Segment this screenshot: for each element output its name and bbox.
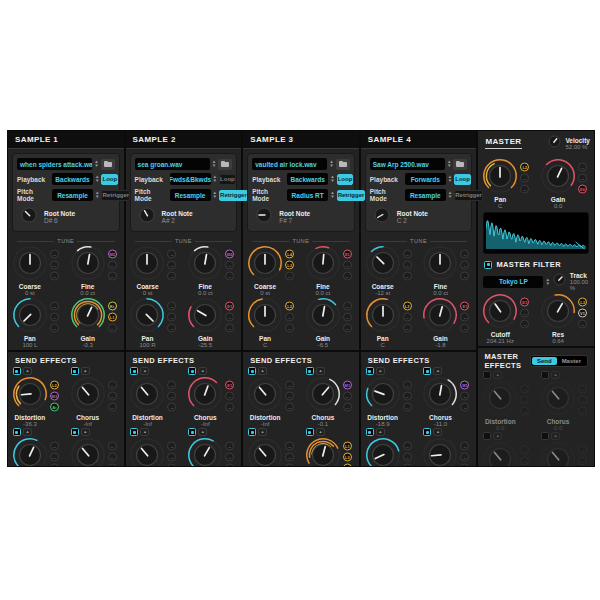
- mod-slot-empty[interactable]: --: [460, 250, 469, 259]
- sample-file-select[interactable]: when spiders attack.wav: [17, 158, 92, 170]
- mod-slot-empty[interactable]: --: [167, 403, 176, 412]
- mod-slot-empty[interactable]: --: [225, 272, 234, 281]
- velocity-knob[interactable]: [547, 134, 562, 153]
- mod-badge-L2[interactable]: L2: [403, 302, 412, 311]
- mod-slot-empty[interactable]: --: [285, 392, 294, 401]
- mod-slot-empty[interactable]: --: [108, 261, 117, 270]
- mod-badge-E1[interactable]: E1: [460, 302, 469, 311]
- mod-slot-empty[interactable]: --: [108, 453, 117, 462]
- mod-slot-empty[interactable]: --: [403, 442, 412, 451]
- pitch-mode-select[interactable]: Resample: [405, 189, 446, 201]
- delay-knob[interactable]: [247, 437, 283, 467]
- chorus-knob[interactable]: [70, 376, 106, 416]
- loop-toggle-button[interactable]: Loop: [337, 174, 354, 185]
- mod-slot-empty[interactable]: --: [403, 272, 412, 281]
- mod-slot-empty[interactable]: --: [285, 453, 294, 462]
- pan-knob[interactable]: [129, 297, 165, 337]
- mod-slot-empty[interactable]: --: [167, 442, 176, 451]
- mod-slot-empty[interactable]: --: [108, 272, 117, 281]
- mod-slot-empty[interactable]: --: [108, 324, 117, 333]
- gain-knob[interactable]: [305, 297, 341, 337]
- mod-badge-M1[interactable]: M1: [460, 381, 469, 390]
- distortion-knob[interactable]: [365, 376, 401, 416]
- mod-slot-empty[interactable]: --: [520, 320, 529, 329]
- effect-enable-checkbox[interactable]: [71, 367, 79, 375]
- mod-slot-empty[interactable]: --: [520, 185, 529, 194]
- master-tab[interactable]: Master: [557, 357, 586, 365]
- playback-mode-select[interactable]: Backwards: [52, 173, 93, 185]
- mod-badge-L1[interactable]: L1: [343, 442, 352, 451]
- mod-slot-empty[interactable]: --: [460, 464, 469, 468]
- effect-expand-button[interactable]: ▲: [140, 428, 149, 436]
- mod-slot-empty[interactable]: --: [578, 174, 587, 183]
- mod-slot-empty[interactable]: --: [578, 163, 587, 172]
- chorus-knob[interactable]: [305, 376, 341, 416]
- effect-enable-checkbox[interactable]: [306, 367, 314, 375]
- browse-sample-button[interactable]: [218, 159, 232, 170]
- mod-badge-At[interactable]: At: [50, 403, 59, 412]
- reverb-knob[interactable]: [305, 437, 341, 467]
- effect-expand-button[interactable]: ▲: [316, 367, 325, 375]
- browse-sample-button[interactable]: [336, 159, 350, 170]
- mod-slot-empty[interactable]: --: [578, 396, 587, 405]
- mod-slot-empty[interactable]: --: [50, 261, 59, 270]
- mod-slot-empty[interactable]: --: [460, 442, 469, 451]
- spinner-down-icon[interactable]: ▼: [448, 195, 452, 199]
- mod-slot-empty[interactable]: --: [578, 446, 587, 455]
- mod-slot-empty[interactable]: --: [285, 272, 294, 281]
- effect-expand-button[interactable]: ▲: [551, 432, 560, 440]
- mod-badge-Kt[interactable]: Kt: [108, 302, 117, 311]
- sample-file-spinner[interactable]: ▲▼: [212, 160, 216, 168]
- effect-enable-checkbox[interactable]: [423, 428, 431, 436]
- mod-slot-empty[interactable]: --: [225, 261, 234, 270]
- root-note-knob[interactable]: [373, 206, 391, 228]
- mod-slot-empty[interactable]: --: [108, 403, 117, 412]
- spinner-down-icon[interactable]: ▼: [545, 282, 549, 286]
- mod-slot-empty[interactable]: --: [460, 324, 469, 333]
- spinner-down-icon[interactable]: ▼: [330, 195, 334, 199]
- mod-slot-empty[interactable]: --: [225, 392, 234, 401]
- root-note-knob[interactable]: [255, 206, 273, 228]
- effect-expand-button[interactable]: ▲: [316, 428, 325, 436]
- mod-slot-empty[interactable]: --: [225, 324, 234, 333]
- effect-expand-button[interactable]: ▲: [258, 367, 267, 375]
- mod-slot-empty[interactable]: --: [225, 464, 234, 468]
- delay-knob[interactable]: [365, 437, 401, 467]
- mod-slot-empty[interactable]: --: [343, 403, 352, 412]
- effect-expand-button[interactable]: ▲: [81, 428, 90, 436]
- fine-knob[interactable]: [305, 245, 341, 285]
- mod-badge-L2[interactable]: L2: [343, 453, 352, 462]
- mod-badge-L3[interactable]: L3: [343, 464, 352, 468]
- reverb-knob[interactable]: [70, 437, 106, 467]
- effect-enable-checkbox[interactable]: [130, 367, 138, 375]
- sample-file-select[interactable]: sea groan.wav: [135, 158, 210, 170]
- spinner-down-icon[interactable]: ▼: [330, 179, 334, 183]
- mod-badge-E1[interactable]: E1: [520, 298, 529, 307]
- effect-enable-checkbox[interactable]: [13, 428, 21, 436]
- mod-slot-empty[interactable]: --: [520, 309, 529, 318]
- browse-sample-button[interactable]: [101, 159, 115, 170]
- pan-knob[interactable]: [247, 297, 283, 337]
- mod-slot-empty[interactable]: --: [403, 250, 412, 259]
- coarse-knob[interactable]: [12, 245, 48, 285]
- effect-enable-checkbox[interactable]: [366, 367, 374, 375]
- effect-expand-button[interactable]: ▲: [140, 367, 149, 375]
- mod-slot-empty[interactable]: --: [167, 464, 176, 468]
- mod-slot-empty[interactable]: --: [520, 446, 529, 455]
- mod-slot-empty[interactable]: --: [578, 320, 587, 329]
- effect-expand-button[interactable]: ▲: [198, 428, 207, 436]
- res-knob[interactable]: [540, 293, 576, 333]
- chorus-knob[interactable]: [422, 376, 458, 416]
- effect-enable-checkbox[interactable]: [71, 428, 79, 436]
- effect-enable-checkbox[interactable]: [306, 428, 314, 436]
- master-gain-knob[interactable]: [540, 158, 576, 198]
- mod-slot-empty[interactable]: --: [403, 324, 412, 333]
- mod-badge-L1[interactable]: L1: [108, 313, 117, 322]
- coarse-knob[interactable]: [365, 245, 401, 285]
- mod-slot-empty[interactable]: --: [167, 250, 176, 259]
- mod-badge-L3[interactable]: L3: [578, 298, 587, 307]
- mod-slot-empty[interactable]: --: [50, 272, 59, 281]
- mod-slot-empty[interactable]: --: [167, 302, 176, 311]
- filter-type-spinner[interactable]: ▲▼: [545, 278, 549, 286]
- mod-slot-empty[interactable]: --: [50, 453, 59, 462]
